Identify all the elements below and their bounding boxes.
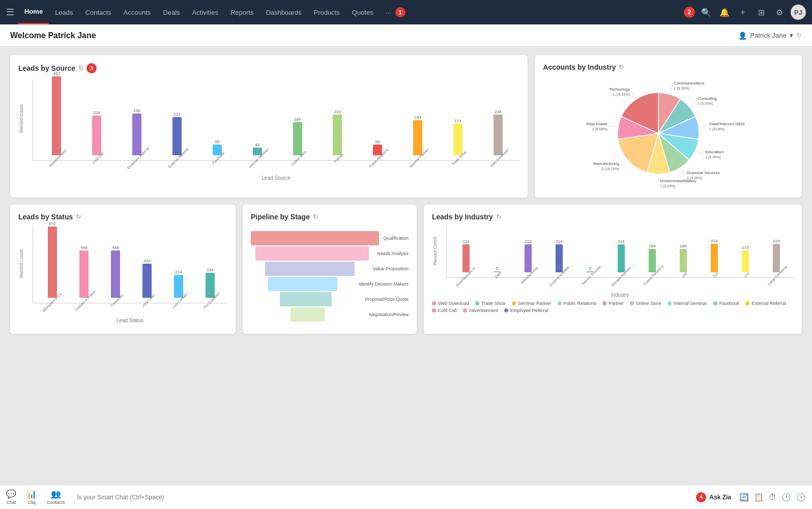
legend-label: Partner: [608, 301, 624, 306]
pipeline-refresh-icon[interactable]: ↻: [313, 213, 318, 220]
bar-group: 43 Internal Seminar: [238, 143, 277, 160]
leads-source-badge: 3: [86, 63, 97, 73]
bar: [711, 244, 718, 272]
leads-industry-chart: Record Count 219 Data/Telecom OEM5 ERP21…: [432, 227, 794, 298]
bar-group: 60 Facebook: [197, 139, 237, 160]
subheader-right: 👤 Patrick Jane ▾ ↻: [738, 32, 802, 40]
pie-segment-label: Financial Services: [687, 171, 720, 175]
pie-segment-detail: 1 (9.09%): [705, 155, 720, 159]
bar-group: 211 External Referral: [158, 112, 197, 160]
menu-icon[interactable]: ☰: [6, 7, 14, 18]
legend-label: Facebook: [719, 301, 740, 306]
pipeline-by-stage-title: Pipeline by Stage ↻: [251, 213, 409, 221]
accounts-by-industry-card: Accounts by Industry ↻ Communications1 (…: [535, 55, 802, 197]
bar-group: 224 224: [699, 239, 730, 277]
bar-value: 174: [454, 119, 461, 123]
bar-group: 174 174: [730, 245, 761, 277]
legend-label: Public Relations: [564, 301, 597, 306]
funnel-stage-label: Needs Analysis: [377, 251, 409, 256]
bar-value: 234: [207, 268, 213, 272]
nav-item-home[interactable]: Home: [18, 0, 49, 24]
funnel-stage-label: Qualification: [383, 236, 409, 241]
bar-value: 224: [773, 239, 779, 243]
nav-item-products[interactable]: Products: [308, 0, 346, 24]
legend-dot: [630, 301, 634, 305]
leads-by-status-title: Leads by Status ↻: [18, 213, 227, 221]
pie-segment-detail: 1 (9.09%): [660, 184, 675, 188]
leads-source-refresh-icon[interactable]: ↻: [78, 65, 83, 72]
leads-by-status-card: Leads by Status ↻ Record Count 672 Attem…: [10, 205, 236, 334]
nav-item-deals[interactable]: Deals: [157, 0, 186, 24]
bar-group: 184 184: [668, 244, 699, 277]
bar-group: 5 ERP: [482, 266, 512, 277]
bar-group: 219 Storage Appliances: [606, 239, 636, 277]
bar-group: 219 Government/Military: [544, 239, 574, 277]
bar-value: 211: [173, 112, 180, 117]
nav-item-leads[interactable]: Leads: [49, 0, 79, 24]
legend-dot: [512, 301, 516, 305]
subheader-refresh-icon[interactable]: ↻: [796, 32, 802, 39]
bell-icon[interactable]: 🔔: [717, 5, 732, 19]
leads-industry-x-label: Industry: [446, 292, 794, 298]
nav-item-more[interactable]: ··· 1: [380, 0, 412, 24]
leads-industry-y-label: Record Count: [432, 237, 438, 265]
funnel-bar: [291, 307, 325, 322]
legend-label: Online Store: [636, 301, 661, 306]
legend-dot: [558, 301, 562, 305]
pie-segment-label: Communications: [674, 81, 704, 86]
pie-label-line: [609, 126, 615, 127]
bar-value: 184: [680, 244, 686, 248]
pie-label-line: [631, 92, 634, 97]
user-icon: 👤: [738, 32, 747, 40]
legend-label: Employee Referral: [510, 308, 548, 313]
pie-chart-svg: Communications1 (9.09%)Consulting1 (9.09…: [582, 77, 755, 189]
nav-item-activities[interactable]: Activities: [186, 0, 224, 24]
dashboard-row-2: Leads by Status ↻ Record Count 672 Attem…: [10, 205, 802, 334]
bar-group: 230 Employee Referral: [118, 108, 157, 160]
pie-label-line: [671, 86, 672, 92]
nav-item-accounts[interactable]: Accounts: [118, 0, 157, 24]
nav-item-quotes[interactable]: Quotes: [346, 0, 380, 24]
apps-icon[interactable]: ⊞: [754, 5, 768, 19]
bar-group: 219 Cold Call: [77, 110, 117, 160]
leads-industry-refresh-icon[interactable]: ↻: [496, 213, 501, 220]
leads-status-chart: Record Count 672 Attempted to Contact448…: [18, 227, 227, 323]
leads-status-refresh-icon[interactable]: ↻: [76, 213, 81, 220]
funnel-stage-label: Negotiation/Review: [369, 312, 409, 317]
bar-value: 43: [255, 143, 259, 147]
pie-segment-detail: 2 (18.18%): [601, 167, 619, 171]
legend-dot: [602, 301, 606, 305]
avatar[interactable]: PJ: [791, 5, 806, 20]
leads-status-y-label: Record Count: [19, 249, 24, 278]
subheader-dropdown-icon[interactable]: ▾: [790, 32, 793, 39]
pie-segment-label: Data/Telecom OEM: [709, 122, 745, 126]
bar-value: 184: [649, 244, 655, 248]
bar-value: 214: [175, 270, 182, 274]
accounts-industry-refresh-icon[interactable]: ↻: [619, 64, 624, 71]
bar-group: 184 Online Store: [278, 117, 317, 160]
bar-group: 448 Contact in Future: [69, 245, 99, 303]
plus-icon[interactable]: +: [736, 5, 750, 19]
bar-value: 448: [112, 245, 119, 250]
bar-value: 324: [143, 259, 150, 263]
nav-item-dashboards[interactable]: Dashboards: [259, 0, 307, 24]
bar-group: 224 Web Download: [478, 109, 517, 160]
legend-label: Advertisement: [469, 308, 499, 313]
pie-segment-label: Manufacturing: [593, 161, 619, 166]
search-icon[interactable]: 🔍: [699, 5, 713, 19]
bar-group: 224 Partner: [318, 109, 357, 160]
funnel-stage-label: Proposal/Price Quote: [365, 297, 409, 302]
bar-value: 219: [556, 239, 562, 244]
pie-label-line: [621, 162, 625, 166]
funnel-bar: [265, 262, 355, 276]
bar-value: 194: [414, 115, 421, 120]
pie-segment-detail: 1 (9.09%): [592, 127, 607, 131]
main-content: Leads by Source ↻ 3 Record Count 437 Adv…: [0, 47, 812, 364]
nav-item-contacts[interactable]: Contacts: [79, 0, 118, 24]
settings-icon[interactable]: ⚙: [772, 5, 787, 19]
nav-item-reports[interactable]: Reports: [224, 0, 260, 24]
nav-more-badge: 1: [395, 7, 405, 17]
leads-source-chart: Record Count 437 Advertisement219 Cold C…: [18, 79, 519, 181]
bar-label: ERP: [486, 263, 510, 287]
pie-segment-label: Education: [705, 150, 723, 154]
